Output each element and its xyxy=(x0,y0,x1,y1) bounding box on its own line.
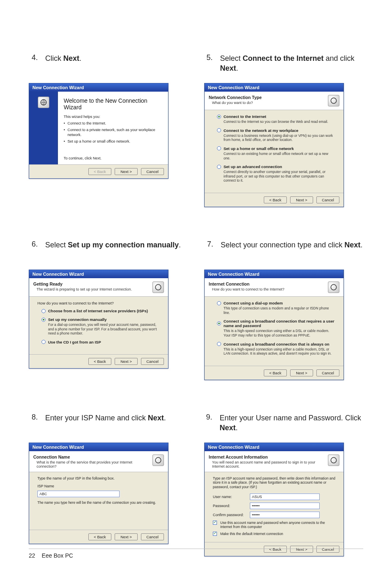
wizard-header: Internet Account Information You will ne… xyxy=(205,451,344,472)
cancel-button[interactable]: Cancel xyxy=(316,546,339,553)
option-dialup[interactable]: Connect using a dial-up modem This type … xyxy=(217,301,335,315)
wizard-header-title: Connection Name xyxy=(33,454,149,459)
wizard-footer: < Back Next > Cancel xyxy=(205,366,344,380)
svg-point-3 xyxy=(331,284,337,290)
use-account-checkbox[interactable]: Use this account name and password when … xyxy=(213,521,335,529)
step-text: Enter your User name and Password. Click… xyxy=(220,413,363,433)
option-connect-internet[interactable]: Connect to the Internet Connect to the I… xyxy=(217,114,335,124)
wizard-header: Connection Name What is the name of the … xyxy=(29,451,168,472)
wizard-step6: New Connection Wizard Getting Ready The … xyxy=(29,270,168,369)
option-workplace[interactable]: Connect to the network at my workplace C… xyxy=(217,128,335,142)
wizard-header-title: Network Connection Type xyxy=(209,95,325,100)
wizard-header-title: Getting Ready xyxy=(33,281,149,286)
next-button[interactable]: Next > xyxy=(115,533,138,540)
next-button[interactable]: Next > xyxy=(115,168,138,175)
wizard-titlebar: New Connection Wizard xyxy=(29,83,168,92)
wizard-step4: New Connection Wizard Welcome to the New… xyxy=(29,83,168,179)
wizard-footer: < Back Next > Cancel xyxy=(29,354,168,368)
cancel-button[interactable]: Cancel xyxy=(141,358,164,365)
svg-point-4 xyxy=(155,457,161,463)
step-num: 7. xyxy=(204,240,213,249)
wizard-welcome-body: Welcome to the New Connection Wizard Thi… xyxy=(29,92,168,164)
wizard-side-art xyxy=(29,92,58,164)
back-button[interactable]: < Back xyxy=(88,533,111,540)
wizard-header-sub: You will need an account name and passwo… xyxy=(209,460,325,468)
next-button[interactable]: Next > xyxy=(290,546,313,553)
network-icon xyxy=(152,454,164,466)
option-isp-list[interactable]: Choose from a list of Internet service p… xyxy=(42,309,160,313)
cancel-button[interactable]: Cancel xyxy=(316,369,339,376)
next-button[interactable]: Next > xyxy=(115,358,138,365)
wizard-footer: < Back Next > Cancel xyxy=(205,193,344,207)
username-label: User name: xyxy=(213,495,246,499)
radio-icon xyxy=(42,318,46,322)
wizard-body: Connect to the Internet Connect to the I… xyxy=(205,110,344,193)
radio-icon xyxy=(217,342,221,346)
page-number: 22 xyxy=(29,552,35,559)
cancel-button[interactable]: Cancel xyxy=(316,196,339,203)
default-connection-checkbox[interactable]: Make this the default Internet connectio… xyxy=(213,532,335,536)
wizard-header: Network Connection Type What do you want… xyxy=(205,92,344,110)
welcome-item: •Set up a home or small office network. xyxy=(64,139,162,144)
radio-icon xyxy=(217,128,221,132)
prompt-text: Type the name of your ISP in the followi… xyxy=(37,476,160,480)
back-button[interactable]: < Back xyxy=(264,196,287,203)
wizard-step5: New Connection Wizard Network Connection… xyxy=(204,83,344,207)
welcome-heading: Welcome to the New Connection Wizard xyxy=(64,97,162,111)
step-8: 8. Enter your ISP Name and click Next. xyxy=(29,413,188,435)
wizard-body: Type the name of your ISP in the followi… xyxy=(29,472,168,530)
step-num: 4. xyxy=(29,53,38,62)
step-text: Select Set up my connection manually. xyxy=(45,240,181,250)
step-text: Enter your ISP Name and click Next. xyxy=(45,413,166,423)
step-text: Click Next. xyxy=(45,53,81,63)
isp-name-label: ISP Name xyxy=(37,484,54,488)
step-text: Select your connection type and click Ne… xyxy=(221,240,362,250)
network-icon xyxy=(328,281,339,293)
back-button[interactable]: < Back xyxy=(264,369,287,376)
step-9: 9. Enter your User name and Password. Cl… xyxy=(204,413,363,435)
option-home-network[interactable]: Set up a home or small office network Co… xyxy=(217,146,335,160)
step-6: 6. Select Set up my connection manually. xyxy=(29,240,188,262)
step-num: 9. xyxy=(204,413,212,422)
next-button[interactable]: Next > xyxy=(290,369,313,376)
back-button[interactable]: < Back xyxy=(88,358,111,365)
back-button[interactable]: < Back xyxy=(88,168,111,175)
option-broadband-login[interactable]: Connect using a broadband connection tha… xyxy=(217,319,335,337)
username-input[interactable]: ASUS xyxy=(250,494,320,500)
option-broadband-always[interactable]: Connect using a broadband connection tha… xyxy=(217,342,335,356)
password-input[interactable]: •••••• xyxy=(250,503,320,509)
wizard-titlebar: New Connection Wizard xyxy=(205,270,344,278)
wizard-header-sub: The wizard is preparing to set up your I… xyxy=(33,287,149,291)
cancel-button[interactable]: Cancel xyxy=(141,168,164,175)
intro-text: Type an ISP account name and password, t… xyxy=(213,476,335,489)
next-button[interactable]: Next > xyxy=(290,196,313,203)
wizard-step8: New Connection Wizard Connection Name Wh… xyxy=(29,443,168,544)
svg-point-2 xyxy=(155,284,161,290)
wizard-body: How do you want to connect to the Intern… xyxy=(29,297,168,354)
wizard-titlebar: New Connection Wizard xyxy=(205,443,344,451)
isp-name-input[interactable]: ABC xyxy=(37,491,120,497)
confirm-password-input[interactable]: •••••• xyxy=(250,512,320,518)
hint-text: The name you type here will be the name … xyxy=(37,501,160,505)
back-button[interactable]: < Back xyxy=(264,546,287,553)
option-advanced[interactable]: Set up an advanced connection Connect di… xyxy=(217,164,335,183)
step-num: 6. xyxy=(29,240,38,249)
checkbox-icon xyxy=(213,532,217,536)
radio-icon xyxy=(217,115,221,119)
radio-icon xyxy=(217,321,221,325)
option-cd[interactable]: Use the CD I got from an ISP xyxy=(42,340,160,344)
svg-point-5 xyxy=(331,457,337,463)
network-icon xyxy=(328,454,339,466)
question-text: How do you want to connect to the Intern… xyxy=(37,301,160,305)
wizard-step9: New Connection Wizard Internet Account I… xyxy=(204,443,344,556)
step-text: Select Connect to the Internet and click… xyxy=(220,53,363,74)
option-manual[interactable]: Set up my connection manually For a dial… xyxy=(42,317,160,336)
welcome-item: •Connect to a private network, such as y… xyxy=(64,128,162,137)
step-5: 5. Select Connect to the Internet and cl… xyxy=(204,53,363,76)
wizard-footer: < Back Next > Cancel xyxy=(29,164,168,178)
wizard-header-sub: What is the name of the service that pro… xyxy=(33,460,149,468)
confirm-password-label: Confirm password: xyxy=(213,513,246,517)
cancel-button[interactable]: Cancel xyxy=(141,533,164,540)
wizard-body: Connect using a dial-up modem This type … xyxy=(205,297,344,366)
password-label: Password: xyxy=(213,504,246,508)
